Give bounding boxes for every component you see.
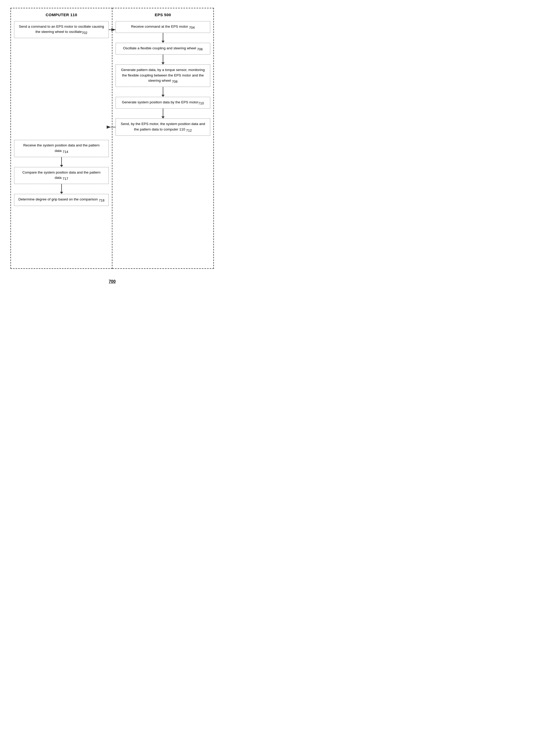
- box-717-num: 717: [63, 177, 68, 181]
- columns: COMPUTER 110 Send a command to an EPS mo…: [10, 8, 214, 269]
- col-computer: COMPUTER 110 Send a command to an EPS mo…: [10, 8, 112, 269]
- diagram-label: 700: [10, 279, 214, 284]
- box-718-num: 718: [99, 198, 105, 202]
- box-714-num: 714: [63, 149, 68, 153]
- box-702: Send a command to an EPS motor to oscill…: [14, 21, 109, 38]
- box-704: Receive command at the EPS motor 704: [116, 21, 210, 33]
- box-718: Determine degree of grip based on the co…: [14, 194, 109, 206]
- box-706: Oscillate a flexible coupling and steeri…: [116, 43, 210, 55]
- spacer-top-computer: [14, 38, 109, 140]
- arrow-717-718: [14, 184, 109, 194]
- box-717: Compare the system position data and the…: [14, 167, 109, 184]
- box-714: Receive the system position data and the…: [14, 140, 109, 157]
- arrow-714-717: [14, 157, 109, 167]
- box-704-num: 704: [189, 26, 195, 29]
- box-706-text: Oscillate a flexible coupling and steeri…: [123, 46, 196, 50]
- box-712: Send, by the EPS motor, the system posit…: [116, 118, 210, 135]
- arrow-710-712: [116, 109, 210, 118]
- box-702-text: Send a command to an EPS motor to oscill…: [19, 25, 104, 34]
- box-708: Generate pattern data, by a torque senso…: [116, 64, 210, 87]
- box-712-num: 712: [186, 128, 192, 132]
- computer-title: COMPUTER 110: [14, 13, 109, 17]
- box-702-num: 702: [82, 31, 87, 35]
- box-710-num: 710: [198, 101, 204, 105]
- col-eps: EPS 500 Receive command at the EPS motor…: [112, 8, 214, 269]
- box-710-text: Generate system position data by the EPS…: [122, 100, 198, 104]
- box-712-text: Send, by the EPS motor, the system posit…: [121, 122, 205, 131]
- box-708-text: Generate pattern data, by a torque senso…: [121, 68, 205, 82]
- arrow-706-708: [116, 55, 210, 64]
- box-714-text: Receive the system position data and the…: [23, 143, 100, 152]
- arrow-708-710: [116, 87, 210, 97]
- box-704-text: Receive command at the EPS motor: [131, 25, 188, 28]
- box-706-num: 706: [197, 47, 203, 51]
- box-718-text: Determine degree of grip based on the co…: [18, 197, 98, 201]
- eps-title: EPS 500: [116, 13, 210, 17]
- diagram-wrapper: COMPUTER 110 Send a command to an EPS mo…: [10, 8, 214, 284]
- box-708-num: 708: [172, 80, 178, 83]
- arrow-704-706: [116, 33, 210, 43]
- box-717-text: Compare the system position data and the…: [22, 170, 100, 179]
- box-710: Generate system position data by the EPS…: [116, 97, 210, 109]
